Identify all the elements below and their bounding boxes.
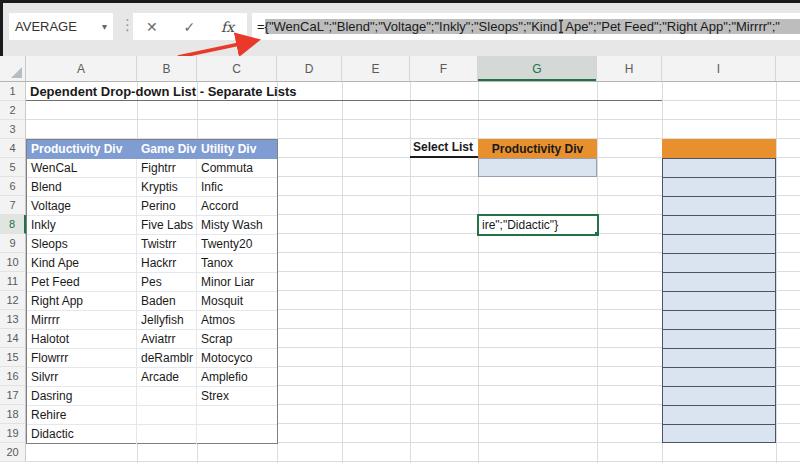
table-cell[interactable]: Misty Wash bbox=[197, 216, 277, 234]
name-box[interactable]: AVERAGE ▾ bbox=[9, 13, 113, 40]
column-header-b[interactable]: B bbox=[137, 56, 197, 81]
helper-cells-i5-i19[interactable] bbox=[662, 158, 776, 443]
table-cell[interactable]: WenCaL bbox=[27, 159, 137, 177]
table-cell[interactable]: Didactic bbox=[27, 425, 137, 444]
table-cell[interactable]: Scrap bbox=[197, 330, 277, 348]
table-cell[interactable]: Twenty20 bbox=[197, 235, 277, 253]
table-cell[interactable] bbox=[137, 425, 197, 444]
row-header-18[interactable]: 18 bbox=[0, 405, 26, 424]
table-cell[interactable]: Amplefio bbox=[197, 368, 277, 386]
table-cell[interactable]: Tanox bbox=[197, 254, 277, 272]
table-cell[interactable]: Baden bbox=[137, 292, 197, 310]
table-cell[interactable]: Aviatrr bbox=[137, 330, 197, 348]
table-cell[interactable] bbox=[137, 406, 197, 424]
table-cell[interactable]: Accord bbox=[197, 197, 277, 215]
table-cell[interactable]: Mirrrr bbox=[27, 311, 137, 329]
row-header-16[interactable]: 16 bbox=[0, 367, 26, 386]
table-cell[interactable]: Twistrr bbox=[137, 235, 197, 253]
column-header-i[interactable]: I bbox=[662, 56, 776, 81]
table-cell[interactable]: deRamblr bbox=[137, 349, 197, 367]
table-cell[interactable]: Pes bbox=[137, 273, 197, 291]
enter-button[interactable]: ✓ bbox=[183, 19, 195, 35]
column-header-e[interactable]: E bbox=[342, 56, 410, 81]
row-header-17[interactable]: 17 bbox=[0, 386, 26, 405]
fill-handle[interactable] bbox=[594, 231, 599, 236]
table-cell[interactable]: Motocyco bbox=[197, 349, 277, 367]
table-cell[interactable]: Perino bbox=[137, 197, 197, 215]
row-header-12[interactable]: 12 bbox=[0, 291, 26, 310]
row-header-1[interactable]: 1 bbox=[0, 82, 26, 101]
row-header-11[interactable]: 11 bbox=[0, 272, 26, 291]
table-cell[interactable]: Mosquit bbox=[197, 292, 277, 310]
table-cell[interactable]: Pet Feed bbox=[27, 273, 137, 291]
table-cell[interactable]: Hackrr bbox=[137, 254, 197, 272]
row-header-14[interactable]: 14 bbox=[0, 329, 26, 348]
table-cell[interactable]: Fightrr bbox=[137, 159, 197, 177]
table-cell[interactable]: Minor Liar bbox=[197, 273, 277, 291]
insert-function-button[interactable]: fx bbox=[221, 19, 234, 35]
table-cell[interactable]: Kind Ape bbox=[27, 254, 137, 272]
row-header-7[interactable]: 7 bbox=[0, 196, 26, 215]
table-cell[interactable]: Jellyfish bbox=[137, 311, 197, 329]
division-table: Productivity Div Game Div Utility Div We… bbox=[26, 139, 278, 444]
table-row: Pet Feed Pes Minor Liar bbox=[27, 273, 277, 292]
dropdown-cell-g5[interactable] bbox=[478, 158, 597, 177]
column-header-c[interactable]: C bbox=[197, 56, 277, 81]
row-header-13[interactable]: 13 bbox=[0, 310, 26, 329]
column-header-f[interactable]: F bbox=[410, 56, 478, 81]
table-cell[interactable] bbox=[137, 387, 197, 405]
name-box-dropdown-icon[interactable]: ▾ bbox=[102, 21, 107, 32]
row-header-9[interactable]: 9 bbox=[0, 234, 26, 253]
table-cell[interactable]: Dasring bbox=[27, 387, 137, 405]
column-header-g-active[interactable]: G bbox=[478, 56, 597, 81]
row-header-6[interactable]: 6 bbox=[0, 177, 26, 196]
selected-list-header-cell[interactable]: Productivity Div bbox=[478, 139, 597, 158]
column-header-h[interactable]: H bbox=[597, 56, 662, 81]
row-header-20[interactable]: 20 bbox=[0, 443, 26, 462]
header-productivity-div[interactable]: Productivity Div bbox=[27, 140, 137, 159]
select-list-label-cell[interactable]: Select List bbox=[410, 139, 478, 158]
row-header-10[interactable]: 10 bbox=[0, 253, 26, 272]
column-header-d[interactable]: D bbox=[277, 56, 342, 81]
table-cell[interactable]: Inkly bbox=[27, 216, 137, 234]
row-header-5[interactable]: 5 bbox=[0, 158, 26, 177]
excel-screenshot: AVERAGE ▾ ⋮ ✕ ✓ fx ={"WenCaL";"Blend";"V… bbox=[0, 0, 800, 463]
table-cell[interactable]: Atmos bbox=[197, 311, 277, 329]
table-cell[interactable]: Arcade bbox=[137, 368, 197, 386]
table-cell[interactable] bbox=[197, 406, 277, 424]
helper-header-cell-i4[interactable] bbox=[662, 139, 776, 158]
table-cell[interactable]: Kryptis bbox=[137, 178, 197, 196]
table-cell[interactable]: Right App bbox=[27, 292, 137, 310]
table-cell[interactable]: Five Labs bbox=[137, 216, 197, 234]
title-cell-a1[interactable]: Dependent Drop-down List - Separate List… bbox=[30, 82, 297, 101]
table-cell[interactable]: Commuta bbox=[197, 159, 277, 177]
table-cell[interactable]: Strex bbox=[197, 387, 277, 405]
row-header-2[interactable]: 2 bbox=[0, 101, 26, 120]
table-cell[interactable]: Sleops bbox=[27, 235, 137, 253]
column-header-j-partial[interactable] bbox=[776, 56, 800, 81]
row-header-15[interactable]: 15 bbox=[0, 348, 26, 367]
column-header-a[interactable]: A bbox=[26, 56, 137, 81]
row-header-8-active[interactable]: 8 bbox=[0, 215, 26, 234]
name-box-value: AVERAGE bbox=[15, 19, 77, 34]
table-row: Dasring Strex bbox=[27, 387, 277, 406]
header-game-div[interactable]: Game Div bbox=[137, 140, 197, 159]
table-cell[interactable]: Silvrr bbox=[27, 368, 137, 386]
formula-input[interactable]: ={"WenCaL";"Blend";"Voltage";"Inkly";"Sl… bbox=[252, 13, 800, 40]
table-cell[interactable] bbox=[197, 425, 277, 444]
select-all-corner[interactable] bbox=[0, 56, 26, 81]
row-header-4[interactable]: 4 bbox=[0, 139, 26, 158]
table-cell[interactable]: Rehire bbox=[27, 406, 137, 424]
row-header-19[interactable]: 19 bbox=[0, 424, 26, 443]
editing-cell-g8[interactable]: ire";"Didactic"} bbox=[477, 214, 599, 236]
table-cell[interactable]: Halotot bbox=[27, 330, 137, 348]
table-cell[interactable]: Flowrrr bbox=[27, 349, 137, 367]
formula-text: ={"WenCaL";"Blend";"Voltage";"Inkly";"Sl… bbox=[252, 19, 800, 34]
row-header-3[interactable]: 3 bbox=[0, 120, 26, 139]
header-utility-div[interactable]: Utility Div bbox=[197, 140, 277, 159]
table-cell[interactable]: Blend bbox=[27, 178, 137, 196]
table-row: Mirrrr Jellyfish Atmos bbox=[27, 311, 277, 330]
table-cell[interactable]: Infic bbox=[197, 178, 277, 196]
table-cell[interactable]: Voltage bbox=[27, 197, 137, 215]
cancel-button[interactable]: ✕ bbox=[146, 19, 158, 35]
